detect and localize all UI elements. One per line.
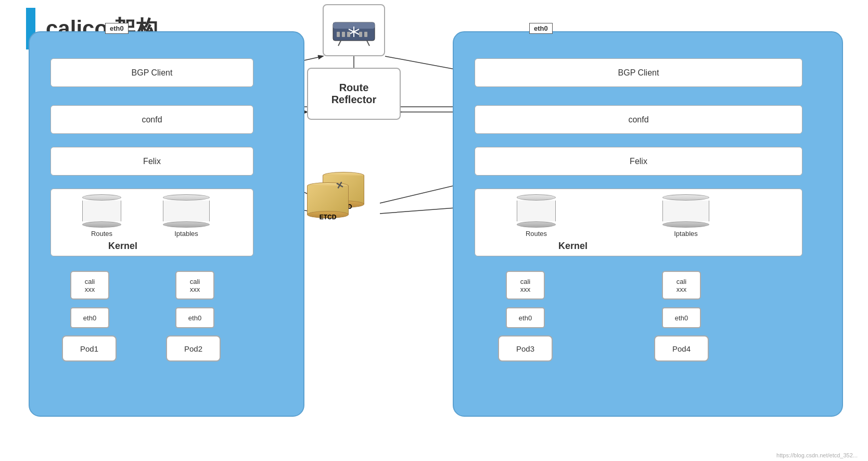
right-felix: Felix	[475, 147, 802, 176]
switch-icon	[330, 12, 377, 48]
svg-rect-26	[342, 32, 345, 37]
right-routes-cylinder: Routes	[517, 194, 556, 238]
right-iptables-cylinder: Iptables	[662, 194, 709, 238]
etcd-group: ETCD ETCD ✕	[307, 172, 395, 234]
svg-line-31	[367, 41, 369, 46]
right-routes-label: Routes	[517, 230, 556, 238]
left-pod2: Pod2	[166, 335, 221, 362]
svg-rect-28	[359, 32, 362, 37]
left-cali1: cali xxx	[70, 271, 109, 300]
left-node: eth0 BGP Client confd Felix Routes Iptab…	[29, 31, 304, 417]
left-kernel-label: Kernel	[108, 241, 137, 252]
right-pod3: Pod3	[498, 335, 553, 362]
left-kernel-box: Routes Iptables Kernel	[50, 189, 253, 256]
route-reflector: Route Reflector	[307, 68, 401, 120]
right-pod4: Pod4	[654, 335, 709, 362]
left-iptables-cylinder: Iptables	[163, 194, 210, 238]
left-confd: confd	[50, 105, 253, 134]
route-reflector-line1: Route	[339, 82, 369, 94]
right-eth0-pod4: eth0	[662, 307, 701, 328]
right-cali1: cali xxx	[506, 271, 545, 300]
watermark: https://blog.csdn.net/etcd_352...	[776, 452, 858, 458]
svg-rect-25	[337, 32, 340, 37]
svg-rect-29	[364, 32, 367, 37]
left-routes-label: Routes	[82, 230, 121, 238]
left-cali2: cali xxx	[175, 271, 214, 300]
right-node: eth0 BGP Client confd Felix Routes Iptab…	[453, 31, 843, 417]
left-eth0-pod1: eth0	[70, 307, 109, 328]
right-eth0-pod3: eth0	[506, 307, 545, 328]
right-confd: confd	[475, 105, 802, 134]
svg-line-30	[338, 41, 341, 46]
route-reflector-line2: Reflector	[331, 94, 377, 106]
svg-rect-27	[347, 32, 350, 37]
right-kernel-label: Kernel	[558, 241, 588, 252]
left-iptables-label: Iptables	[163, 230, 210, 238]
right-eth0-top-label: eth0	[529, 23, 553, 34]
left-bgp-client: BGP Client	[50, 58, 253, 87]
network-switch	[323, 4, 385, 56]
left-routes-cylinder: Routes	[82, 194, 121, 238]
right-cali2: cali xxx	[662, 271, 701, 300]
right-bgp-client: BGP Client	[475, 58, 802, 87]
left-eth0-pod2: eth0	[175, 307, 214, 328]
etcd-label: ETCD	[307, 214, 349, 221]
left-eth0-top-label: eth0	[105, 23, 129, 34]
left-pod1: Pod1	[62, 335, 117, 362]
right-iptables-label: Iptables	[662, 230, 709, 238]
left-felix: Felix	[50, 147, 253, 176]
right-kernel-box: Routes Iptables Kernel	[475, 189, 802, 256]
